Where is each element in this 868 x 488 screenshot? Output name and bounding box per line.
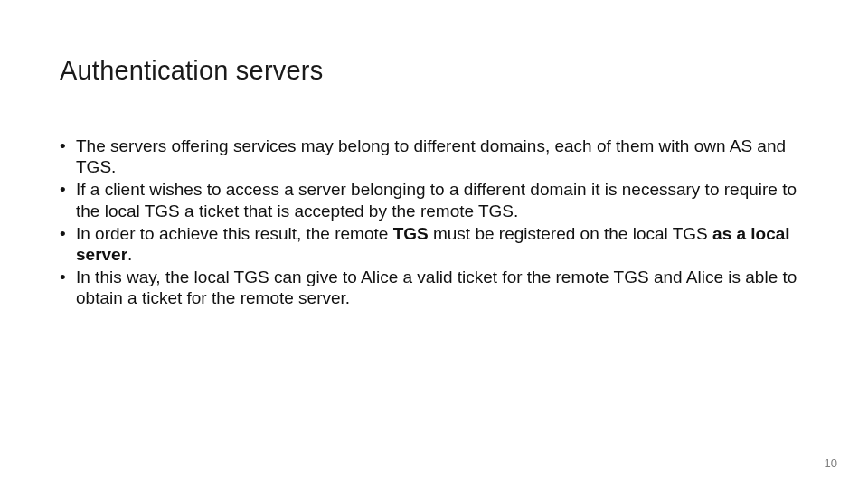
page-number: 10 (825, 456, 837, 470)
list-item: The servers offering services may belong… (60, 136, 810, 177)
list-item: In this way, the local TGS can give to A… (60, 267, 810, 308)
bullet-text-bold: TGS (393, 224, 429, 243)
bullet-list: The servers offering services may belong… (60, 136, 810, 308)
bullet-text: If a client wishes to access a server be… (76, 180, 797, 220)
slide-title: Authentication servers (60, 56, 323, 86)
bullet-text: The servers offering services may belong… (76, 136, 786, 176)
list-item: In order to achieve this result, the rem… (60, 223, 810, 265)
list-item: If a client wishes to access a server be… (60, 179, 810, 221)
bullet-text-pre: In order to achieve this result, the rem… (76, 224, 393, 243)
slide-body: The servers offering services may belong… (60, 136, 810, 310)
slide: Authentication servers The servers offer… (0, 0, 868, 488)
bullet-text: In this way, the local TGS can give to A… (76, 267, 797, 307)
bullet-text-mid: must be registered on the local TGS (429, 224, 712, 243)
bullet-text-post: . (127, 245, 132, 264)
